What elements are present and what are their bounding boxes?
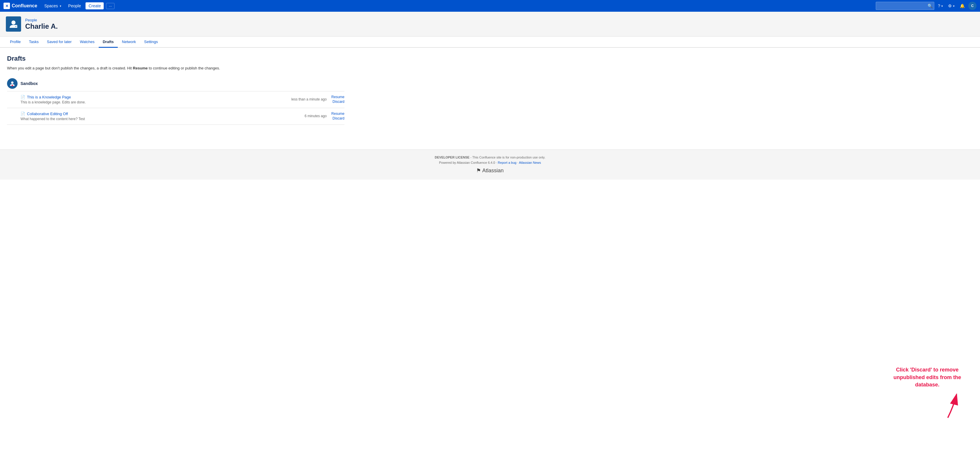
document-icon: 📄	[21, 111, 25, 116]
resume-link[interactable]: Resume	[331, 111, 344, 116]
spaces-menu-button[interactable]: Spaces ▾	[42, 2, 64, 10]
chevron-down-icon: ▾	[953, 5, 955, 8]
svg-point-3	[11, 81, 13, 84]
resume-link[interactable]: Resume	[331, 95, 344, 99]
profile-name: Charlie A.	[25, 22, 58, 30]
search-input[interactable]	[876, 2, 934, 10]
report-bug-link[interactable]: Report a bug	[498, 161, 517, 164]
space-name: Sandbox	[21, 81, 38, 86]
space-icon	[7, 78, 18, 89]
breadcrumb-people-link[interactable]: People	[25, 18, 37, 22]
more-options-button[interactable]: ···	[106, 3, 115, 9]
draft-title-link[interactable]: 📄 This is a Knowledge Page	[21, 95, 280, 99]
draft-preview: This is a knowledge page. Edits are done…	[21, 100, 280, 104]
space-header: Sandbox	[7, 78, 344, 91]
draft-title-link[interactable]: 📄 Collaborative Editing Off	[21, 111, 280, 116]
draft-item: 📄 Collaborative Editing Off What happene…	[7, 108, 344, 125]
space-group-sandbox: Sandbox 📄 This is a Knowledge Page This …	[7, 78, 344, 125]
people-nav-button[interactable]: People	[66, 2, 83, 10]
create-button[interactable]: Create	[86, 2, 104, 10]
discard-link[interactable]: Discard	[332, 100, 344, 104]
profile-tab-nav: Profile Tasks Saved for later Watches Dr…	[0, 37, 980, 48]
chevron-down-icon: ▾	[60, 5, 61, 8]
bell-icon: 🔔	[960, 3, 965, 8]
draft-time: less than a minute ago	[280, 97, 326, 101]
tab-network[interactable]: Network	[118, 37, 140, 48]
main-content: Drafts When you edit a page but don't pu…	[0, 48, 352, 138]
draft-actions: Resume Discard	[331, 111, 344, 121]
draft-preview: What happened to the content here? Test	[21, 117, 280, 121]
footer-powered-by: Powered by Atlassian Confluence 6.4.0 · …	[6, 161, 974, 164]
page-title: Drafts	[7, 55, 344, 62]
svg-text:+: +	[15, 25, 17, 28]
draft-item: 📄 This is a Knowledge Page This is a kno…	[7, 91, 344, 108]
drafts-section: Sandbox 📄 This is a Knowledge Page This …	[7, 78, 344, 125]
draft-meta: 6 minutes ago Resume Discard	[280, 111, 344, 121]
tab-drafts[interactable]: Drafts	[99, 37, 118, 48]
tab-saved-for-later[interactable]: Saved for later	[43, 37, 76, 48]
search-button[interactable]: 🔍	[928, 3, 932, 8]
footer: DEVELOPER LICENSE - This Confluence site…	[0, 149, 980, 180]
atlassian-news-link[interactable]: Atlassian News	[519, 161, 541, 164]
profile-name-section: People Charlie A.	[25, 17, 58, 30]
tab-profile[interactable]: Profile	[6, 37, 25, 48]
draft-meta: less than a minute ago Resume Discard	[280, 95, 344, 104]
chevron-down-icon: ▾	[941, 5, 943, 8]
help-button[interactable]: ? ▾	[936, 2, 945, 10]
draft-time: 6 minutes ago	[280, 114, 326, 118]
logo-icon: ✕	[3, 3, 10, 9]
tab-tasks[interactable]: Tasks	[25, 37, 43, 48]
search-wrapper: 🔍	[876, 2, 934, 10]
tab-watches[interactable]: Watches	[76, 37, 99, 48]
user-avatar-button[interactable]: C	[968, 2, 977, 10]
document-icon: 📄	[21, 95, 25, 99]
page-description: When you edit a page but don't publish t…	[7, 65, 344, 71]
footer-license: DEVELOPER LICENSE - This Confluence site…	[6, 156, 974, 159]
gear-icon: ⚙	[948, 3, 952, 8]
profile-header: + People Charlie A.	[0, 12, 980, 37]
top-navigation: ✕ Confluence Spaces ▾ People Create ··· …	[0, 0, 980, 12]
discard-link[interactable]: Discard	[332, 116, 344, 121]
draft-actions: Resume Discard	[331, 95, 344, 104]
nav-right-section: 🔍 ? ▾ ⚙ ▾ 🔔 C	[876, 2, 977, 10]
svg-point-0	[11, 21, 16, 25]
help-icon: ?	[938, 3, 940, 8]
notifications-button[interactable]: 🔔	[958, 2, 967, 10]
draft-item-content: 📄 This is a Knowledge Page This is a kno…	[21, 95, 280, 104]
settings-button[interactable]: ⚙ ▾	[946, 2, 956, 10]
draft-item-content: 📄 Collaborative Editing Off What happene…	[21, 111, 280, 121]
avatar: +	[6, 16, 21, 32]
confluence-logo[interactable]: ✕ Confluence	[3, 3, 37, 9]
tab-settings[interactable]: Settings	[140, 37, 162, 48]
atlassian-logo: ⚑ Atlassian	[6, 167, 974, 174]
